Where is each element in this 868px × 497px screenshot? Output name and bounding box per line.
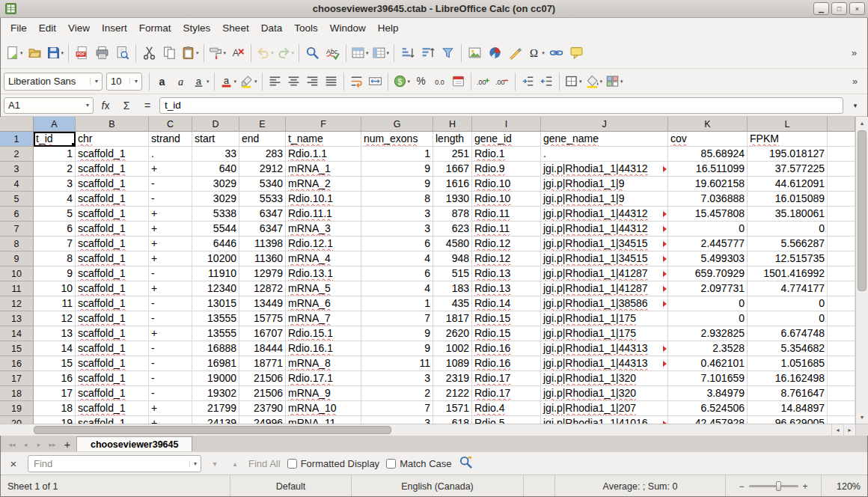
cell-J7[interactable]: jgi.p|Rhodia1_1|44312 [541, 222, 668, 237]
row-header-1[interactable]: 1 [0, 132, 34, 147]
cell-G2[interactable]: 1 [361, 147, 433, 162]
cell-E3[interactable]: 2912 [239, 162, 286, 177]
add-sheet-button[interactable]: + [60, 437, 75, 451]
cell-J16[interactable]: jgi.p|Rhodia1_1|44313 [541, 356, 668, 371]
menu-edit[interactable]: Edit [33, 20, 62, 36]
name-box-dropdown-icon[interactable]: ▾ [86, 102, 89, 109]
cell-D18[interactable]: 19302 [192, 386, 239, 401]
menu-window[interactable]: Window [324, 20, 372, 36]
cell-I18[interactable]: Rdio.17 [472, 386, 541, 401]
cell-G18[interactable]: 2 [361, 386, 433, 401]
column-header-C[interactable]: C [149, 117, 192, 132]
cell-D12[interactable]: 13015 [192, 296, 239, 311]
row-header-19[interactable]: 19 [0, 401, 34, 416]
merge-cells-button[interactable] [366, 72, 385, 91]
scroll-up-icon[interactable]: ▴ [856, 117, 868, 129]
cell-partial-4[interactable] [828, 177, 855, 192]
cell-I20[interactable]: Rdio.5 [472, 416, 541, 424]
first-sheet-icon[interactable]: ◂◂ [6, 437, 18, 451]
cell-J3[interactable]: jgi.p|Rhodia1_1|44312 [541, 162, 668, 177]
cell-F14[interactable]: Rdio.15.1 [286, 326, 361, 341]
cell-G5[interactable]: 8 [361, 192, 433, 207]
cell-F5[interactable]: Rdio.10.1 [286, 192, 361, 207]
cell-E9[interactable]: 11360 [239, 251, 286, 266]
menu-format[interactable]: Format [133, 20, 177, 36]
print-preview-button[interactable] [112, 43, 132, 64]
cell-partial-2[interactable] [828, 147, 855, 162]
cell-I15[interactable]: Rdio.16 [472, 341, 541, 356]
special-character-button[interactable]: Ω▾ [525, 43, 546, 64]
vertical-scrollbar[interactable]: ▴ ▾ [855, 117, 868, 424]
cell-K13[interactable]: 0 [668, 311, 748, 326]
cell-L7[interactable]: 0 [748, 222, 828, 237]
cell-H10[interactable]: 515 [433, 266, 472, 281]
cell-C16[interactable]: - [149, 356, 192, 371]
cell-B17[interactable]: scaffold_1 [76, 371, 149, 386]
cell-K16[interactable]: 0.462101 [668, 356, 748, 371]
cell-F8[interactable]: Rdio.12.1 [286, 237, 361, 251]
wrap-text-button[interactable] [347, 72, 366, 91]
cell-J11[interactable]: jgi.p|Rhodia1_1|41287 [541, 281, 668, 296]
cell-J14[interactable]: jgi.p|Rhodia1_1|175 [541, 326, 668, 341]
cell-A20[interactable]: 19 [34, 416, 76, 424]
cell-J8[interactable]: jgi.p|Rhodia1_1|34515 [541, 237, 668, 251]
cell-G11[interactable]: 4 [361, 281, 433, 296]
row-header-6[interactable]: 6 [0, 207, 34, 222]
cell-D17[interactable]: 19000 [192, 371, 239, 386]
cell-G3[interactable]: 9 [361, 162, 433, 177]
zoom-in-icon[interactable]: + [803, 481, 808, 492]
cell-C8[interactable]: + [149, 237, 192, 251]
column-header-A[interactable]: A [34, 117, 76, 132]
row-header-13[interactable]: 13 [0, 311, 34, 326]
menu-file[interactable]: File [4, 20, 33, 36]
export-pdf-button[interactable]: PDF [72, 43, 92, 64]
horizontal-scrollbar[interactable]: ◂ ▸ [0, 424, 868, 436]
cell-F10[interactable]: Rdio.13.1 [286, 266, 361, 281]
cell-L4[interactable]: 44.612091 [748, 177, 828, 192]
cell-H17[interactable]: 2319 [433, 371, 472, 386]
cell-G12[interactable]: 1 [361, 296, 433, 311]
cell-H12[interactable]: 435 [433, 296, 472, 311]
cell-I17[interactable]: Rdio.17 [472, 371, 541, 386]
cell-K8[interactable]: 2.445777 [668, 237, 748, 251]
row-header-2[interactable]: 2 [0, 147, 34, 162]
cell-D13[interactable]: 13555 [192, 311, 239, 326]
cell-L20[interactable]: 96.629005 [748, 416, 828, 424]
cell-L11[interactable]: 4.774177 [748, 281, 828, 296]
cell-E14[interactable]: 16707 [239, 326, 286, 341]
format-date-button[interactable] [449, 72, 468, 91]
row-header-17[interactable]: 17 [0, 371, 34, 386]
align-center-button[interactable] [284, 72, 303, 91]
cell-partial-15[interactable] [828, 341, 855, 356]
cell-B8[interactable]: scaffold_1 [76, 237, 149, 251]
cell-I5[interactable]: Rdio.10 [472, 192, 541, 207]
cell-J15[interactable]: jgi.p|Rhodia1_1|44313 [541, 341, 668, 356]
cell-F13[interactable]: mRNA_7 [286, 311, 361, 326]
cell-D15[interactable]: 16888 [192, 341, 239, 356]
cell-G15[interactable]: 9 [361, 341, 433, 356]
sort-descending-button[interactable] [418, 43, 438, 64]
previous-sheet-icon[interactable]: ◂ [19, 437, 31, 451]
cell-G20[interactable]: 3 [361, 416, 433, 424]
copy-button[interactable] [159, 43, 180, 64]
cell-G14[interactable]: 9 [361, 326, 433, 341]
cell-F9[interactable]: mRNA_4 [286, 251, 361, 266]
cell-B16[interactable]: scaffold_1 [76, 356, 149, 371]
close-find-bar-icon[interactable]: × [6, 457, 21, 470]
column-header-E[interactable]: E [239, 117, 286, 132]
cell-C6[interactable]: + [149, 207, 192, 222]
cell-partial-20[interactable] [828, 416, 855, 424]
cell-E1[interactable]: end [239, 132, 286, 147]
cell-L13[interactable]: 0 [748, 311, 828, 326]
overflow-chevron-button[interactable]: » [844, 43, 864, 64]
align-justify-button[interactable] [322, 72, 340, 91]
cell-partial-9[interactable] [828, 251, 855, 266]
cell-D20[interactable]: 24139 [192, 416, 239, 424]
cell-H14[interactable]: 2620 [433, 326, 472, 341]
language-status[interactable]: English (Canada) [352, 475, 524, 497]
zoom-slider[interactable]: − + [726, 475, 822, 497]
cell-A19[interactable]: 18 [34, 401, 76, 416]
background-color-button[interactable]: ▾ [584, 72, 605, 91]
cell-partial-11[interactable] [828, 281, 855, 296]
cell-B18[interactable]: scaffold_1 [76, 386, 149, 401]
